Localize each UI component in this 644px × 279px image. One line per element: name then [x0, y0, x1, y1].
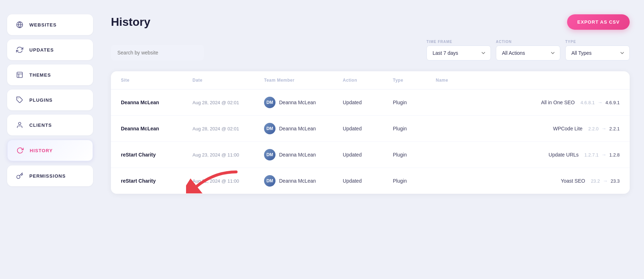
avatar-image: DM [264, 175, 275, 187]
team-member-cell: DM Deanna McLean [264, 149, 343, 160]
user-icon [16, 121, 24, 129]
filter-bar: TIME FRAME Last 7 days Last 30 days Last… [111, 40, 630, 61]
table-row: Deanna McLean Aug 28, 2024 @ 02:01 DM De… [111, 116, 630, 142]
sidebar-item-updates-label: Updates [29, 47, 54, 53]
col-action: Action [343, 78, 393, 83]
page-title: History [111, 15, 150, 29]
col-site: Site [121, 78, 192, 83]
avatar: DM [264, 149, 275, 160]
search-wrap [111, 45, 204, 61]
version-from: 2.2.0 [588, 126, 599, 131]
avatar-image: DM [264, 149, 275, 160]
plugin-name: Update URLs [548, 152, 579, 158]
svg-point-6 [19, 122, 21, 125]
site-name: reStart Charity [121, 152, 192, 158]
plugin-name: Yoast SEO [561, 178, 585, 184]
sidebar-item-permissions[interactable]: Permissions [7, 165, 93, 186]
avatar-image: DM [264, 97, 275, 108]
svg-rect-2 [17, 72, 23, 78]
team-member-cell: DM Deanna McLean [264, 175, 343, 187]
version-from: 1.2.7.1 [584, 152, 599, 158]
row-date: Aug 22, 2024 @ 11:00 [192, 178, 264, 184]
sidebar-item-themes[interactable]: Themes [7, 64, 93, 85]
site-name: reStart Charity [121, 178, 192, 184]
sidebar-item-plugins[interactable]: Plugins [7, 90, 93, 110]
arrow-right-icon: → [601, 152, 606, 158]
globe-icon [16, 21, 24, 29]
time-frame-filter: TIME FRAME Last 7 days Last 30 days Last… [426, 40, 491, 61]
version-cell: Update URLs 1.2.7.1 → 1.2.8 [436, 152, 620, 158]
team-member-name: Deanna McLean [279, 152, 316, 158]
col-name: Name [436, 78, 620, 83]
version-from: 23.2 [591, 178, 600, 184]
col-date: Date [192, 78, 264, 83]
col-team-member: Team Member [264, 78, 343, 83]
version-cell: Yoast SEO 23.2 → 23.3 [436, 178, 620, 184]
search-input[interactable] [111, 45, 204, 61]
row-date: Aug 28, 2024 @ 02:01 [192, 100, 264, 105]
time-frame-label: TIME FRAME [426, 40, 491, 44]
sidebar-item-history[interactable]: History [7, 140, 93, 161]
avatar: DM [264, 97, 275, 108]
sidebar-item-history-label: History [30, 148, 53, 153]
key-icon [16, 172, 24, 180]
layout-icon [16, 71, 24, 79]
avatar: DM [264, 123, 275, 134]
puzzle-icon [16, 96, 24, 104]
filter-group: TIME FRAME Last 7 days Last 30 days Last… [426, 40, 630, 61]
arrow-right-icon: → [597, 100, 602, 105]
row-action: Updated [343, 178, 393, 184]
version-to: 4.6.9.1 [605, 100, 620, 105]
row-date: Aug 23, 2024 @ 11:00 [192, 152, 264, 158]
version-cell: All in One SEO 4.6.8.1 → 4.6.9.1 [436, 100, 620, 105]
plugin-name: All in One SEO [541, 100, 575, 105]
arrow-right-icon: → [601, 126, 606, 131]
avatar: DM [264, 175, 275, 187]
refresh-icon [16, 46, 24, 54]
table-row: Deanna McLean Aug 28, 2024 @ 02:01 DM De… [111, 90, 630, 116]
history-table: Site Date Team Member Action Type Name D… [111, 71, 630, 194]
version-to: 2.2.1 [609, 126, 620, 131]
sidebar-item-updates[interactable]: Updates [7, 39, 93, 60]
version-cell: WPCode Lite 2.2.0 → 2.2.1 [436, 126, 620, 131]
sidebar-item-clients[interactable]: Clients [7, 115, 93, 135]
team-member-name: Deanna McLean [279, 178, 316, 184]
version-to: 1.2.8 [609, 152, 620, 158]
row-type: Plugin [393, 178, 436, 184]
site-name: Deanna McLean [121, 100, 192, 105]
row-type: Plugin [393, 152, 436, 158]
version-to: 23.3 [611, 178, 620, 184]
sidebar-item-websites[interactable]: Websites [7, 14, 93, 35]
plugin-name: WPCode Lite [553, 126, 582, 131]
type-label: TYPE [565, 40, 630, 44]
site-name: Deanna McLean [121, 126, 192, 131]
sidebar-item-plugins-label: Plugins [29, 97, 53, 103]
sidebar-item-permissions-label: Permissions [29, 173, 66, 179]
col-type: Type [393, 78, 436, 83]
row-type: Plugin [393, 126, 436, 131]
row-action: Updated [343, 100, 393, 105]
team-member-name: Deanna McLean [279, 100, 316, 105]
type-select[interactable]: All Types Plugin Theme [565, 45, 630, 61]
history-icon [16, 146, 24, 154]
header-row: History EXPORT AS CSV [111, 14, 630, 30]
type-filter: TYPE All Types Plugin Theme [565, 40, 630, 61]
action-filter: ACTION All Actions Updated Installed [496, 40, 560, 61]
team-member-cell: DM Deanna McLean [264, 123, 343, 134]
team-member-name: Deanna McLean [279, 126, 316, 131]
sidebar-item-clients-label: Clients [29, 122, 52, 128]
row-date: Aug 28, 2024 @ 02:01 [192, 126, 264, 131]
row-action: Updated [343, 152, 393, 158]
row-type: Plugin [393, 100, 436, 105]
table-row: reStart Charity Aug 22, 2024 @ 11:00 DM … [111, 168, 630, 194]
team-member-cell: DM Deanna McLean [264, 97, 343, 108]
action-label: ACTION [496, 40, 560, 44]
sidebar: Websites Updates Themes Plugins [0, 0, 100, 279]
table-header: Site Date Team Member Action Type Name [111, 71, 630, 90]
time-frame-select[interactable]: Last 7 days Last 30 days Last 90 days [426, 45, 491, 61]
row-action: Updated [343, 126, 393, 131]
export-csv-button[interactable]: EXPORT AS CSV [567, 14, 630, 30]
sidebar-item-themes-label: Themes [29, 72, 51, 78]
action-select[interactable]: All Actions Updated Installed [496, 45, 560, 61]
sidebar-item-websites-label: Websites [29, 22, 57, 28]
